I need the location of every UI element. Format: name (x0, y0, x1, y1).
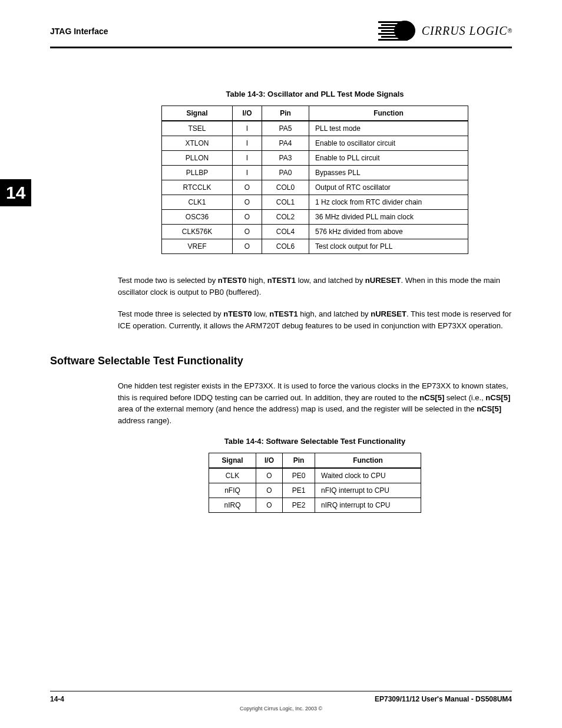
paragraph-hidden-register: One hidden test register exists in the E… (118, 380, 512, 426)
table-14-4: Signal I/O Pin Function CLKOPE0Waited cl… (209, 453, 421, 513)
paragraph-test-mode-2: Test mode two is selected by nTEST0 high… (118, 275, 512, 298)
cell-signal: CLK (209, 468, 256, 483)
cell-fn: Test clock output for PLL (309, 239, 468, 254)
svg-rect-4 (381, 30, 409, 32)
table-14-3: Signal I/O Pin Function TSELIPA5PLL test… (161, 106, 468, 254)
cell-fn: Waited clock to CPU (315, 468, 421, 483)
cell-fn: Output of RTC oscillator (309, 180, 468, 195)
table-14-3-caption: Table 14-3: Oscillator and PLL Test Mode… (118, 90, 512, 98)
t2-h-io: I/O (256, 453, 283, 469)
cell-io: O (256, 468, 283, 483)
svg-rect-3 (378, 27, 408, 29)
svg-rect-2 (381, 24, 409, 26)
cell-signal: XTLON (162, 136, 233, 151)
t1-h-io: I/O (233, 106, 262, 121)
registered-mark: ® (508, 28, 512, 34)
paragraph-test-mode-3: Test mode three is selected by nTEST0 lo… (118, 308, 512, 331)
table-row: XTLONIPA4Enable to oscillator circuit (162, 136, 468, 151)
table-row: PLLONIPA3Enable to PLL circuit (162, 151, 468, 166)
cell-signal: nIRQ (209, 498, 256, 513)
t2-h-pin: Pin (283, 453, 315, 469)
table-row: TSELIPA5PLL test mode (162, 121, 468, 136)
table-row: CLK576KOCOL4576 kHz divided from above (162, 225, 468, 239)
cell-signal: OSC36 (162, 210, 233, 225)
table-row: CLK1OCOL11 Hz clock from RTC divider cha… (162, 195, 468, 210)
svg-rect-7 (378, 39, 408, 41)
cell-io: O (233, 225, 262, 239)
cell-pin: COL2 (262, 210, 309, 225)
section-heading: Software Selectable Test Functionality (50, 355, 512, 367)
t1-h-fn: Function (309, 106, 468, 121)
cell-fn: nIRQ interrupt to CPU (315, 498, 421, 513)
brand-name: CIRRUS LOGIC (422, 24, 508, 38)
table-row: RTCCLKOCOL0Output of RTC oscillator (162, 180, 468, 195)
page-number: 14-4 (50, 695, 64, 703)
cell-io: O (233, 195, 262, 210)
cell-signal: TSEL (162, 121, 233, 136)
cell-pin: COL1 (262, 195, 309, 210)
cell-pin: COL4 (262, 225, 309, 239)
table-row: nIRQOPE2nIRQ interrupt to CPU (209, 498, 421, 513)
cell-io: O (256, 498, 283, 513)
cell-io: I (233, 121, 262, 136)
cell-io: I (233, 136, 262, 151)
cell-pin: PE2 (283, 498, 315, 513)
header-section-title: JTAG Interface (50, 27, 108, 36)
brand-logo: CIRRUS LOGIC® (378, 18, 512, 44)
table-row: VREFOCOL6Test clock output for PLL (162, 239, 468, 254)
chapter-number-tab: 14 (0, 179, 31, 206)
cell-pin: COL6 (262, 239, 309, 254)
cell-pin: PA5 (262, 121, 309, 136)
cell-fn: 576 kHz divided from above (309, 225, 468, 239)
table-14-4-caption: Table 14-4: Software Selectable Test Fun… (118, 437, 512, 446)
page-header: JTAG Interface CIRRUS LOGIC® (50, 18, 512, 48)
cell-io: I (233, 151, 262, 166)
cell-io: O (233, 180, 262, 195)
t1-h-signal: Signal (162, 106, 233, 121)
document-id: EP7309/11/12 User's Manual - DS508UM4 (375, 695, 512, 703)
cell-pin: PA3 (262, 151, 309, 166)
t2-h-fn: Function (315, 453, 421, 469)
cell-fn: 36 MHz divided PLL main clock (309, 210, 468, 225)
cell-fn: PLL test mode (309, 121, 468, 136)
t1-h-pin: Pin (262, 106, 309, 121)
cell-signal: nFIQ (209, 483, 256, 498)
page-footer: 14-4 EP7309/11/12 User's Manual - DS508U… (50, 691, 512, 711)
cell-signal: RTCCLK (162, 180, 233, 195)
svg-rect-6 (381, 36, 409, 38)
t2-h-signal: Signal (209, 453, 256, 469)
cell-fn: 1 Hz clock from RTC divider chain (309, 195, 468, 210)
cell-signal: CLK1 (162, 195, 233, 210)
cell-signal: PLLON (162, 151, 233, 166)
cell-pin: PA0 (262, 166, 309, 180)
table-row: OSC36OCOL236 MHz divided PLL main clock (162, 210, 468, 225)
cell-io: O (233, 239, 262, 254)
cirrus-logo-icon (378, 18, 419, 44)
cell-io: O (233, 210, 262, 225)
cell-fn: Enable to oscillator circuit (309, 136, 468, 151)
table-row: CLKOPE0Waited clock to CPU (209, 468, 421, 483)
cell-io: O (256, 483, 283, 498)
cell-pin: PE0 (283, 468, 315, 483)
copyright-line: Copyright Cirrus Logic, Inc. 2003 © (50, 706, 512, 711)
cell-fn: Bypasses PLL (309, 166, 468, 180)
svg-rect-1 (378, 21, 408, 23)
cell-pin: PE1 (283, 483, 315, 498)
table-row: nFIQOPE1nFIQ interrupt to CPU (209, 483, 421, 498)
svg-rect-5 (378, 33, 408, 35)
cell-io: I (233, 166, 262, 180)
cell-fn: nFIQ interrupt to CPU (315, 483, 421, 498)
table-row: PLLBPIPA0Bypasses PLL (162, 166, 468, 180)
cell-signal: CLK576K (162, 225, 233, 239)
cell-pin: PA4 (262, 136, 309, 151)
cell-signal: VREF (162, 239, 233, 254)
cell-pin: COL0 (262, 180, 309, 195)
cell-fn: Enable to PLL circuit (309, 151, 468, 166)
cell-signal: PLLBP (162, 166, 233, 180)
